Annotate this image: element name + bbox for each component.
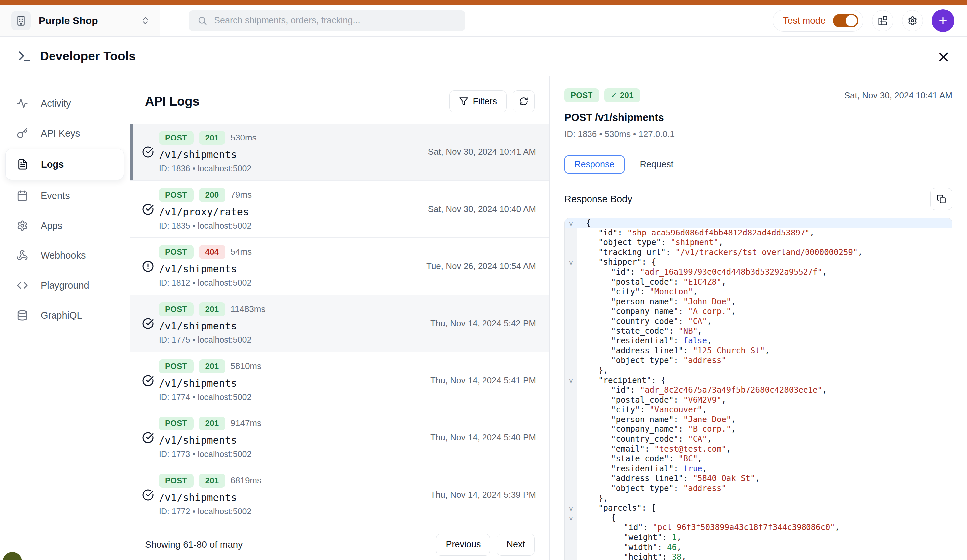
json-line: v{	[564, 218, 952, 228]
workspace-name: Purple Shop	[38, 15, 98, 26]
sidebar-item-label: Apps	[41, 220, 63, 231]
apps-grid-button[interactable]	[872, 10, 893, 31]
log-row-main: POST201530ms/v1/shipmentsID: 1836 • loca…	[159, 131, 428, 173]
json-line: "id": "adr_16a199793e0c4d448b3d53292a955…	[564, 267, 952, 277]
json-gutter	[564, 277, 577, 287]
collapse-caret-icon[interactable]: v	[564, 257, 577, 267]
logs-panel: API Logs Filters POST201530ms/v	[130, 76, 550, 560]
json-gutter	[564, 385, 577, 395]
json-gutter	[564, 533, 577, 543]
json-gutter	[564, 346, 577, 356]
next-button[interactable]: Next	[497, 534, 535, 556]
log-row[interactable]: POST2015810ms/v1/shipmentsID: 1774 • loc…	[130, 352, 549, 409]
test-mode-strip	[0, 0, 967, 5]
file-text-icon	[17, 159, 28, 170]
json-gutter	[564, 297, 577, 307]
endpoint-path: /v1/proxy/rates	[159, 206, 428, 217]
sidebar-item-webhooks[interactable]: Webhooks	[0, 240, 130, 270]
endpoint-path: /v1/shipments	[159, 149, 428, 160]
json-gutter	[564, 395, 577, 405]
previous-button[interactable]: Previous	[436, 534, 490, 556]
json-line: "person_name": "Jane Doe",	[564, 415, 952, 425]
log-row[interactable]: POST2016819ms/v1/shipmentsID: 1772 • loc…	[130, 466, 549, 524]
json-gutter	[564, 366, 577, 376]
json-gutter	[564, 316, 577, 326]
gear-icon	[17, 220, 28, 231]
json-line: "weight": 1,	[564, 533, 952, 543]
sidebar-item-api-keys[interactable]: API Keys	[0, 118, 130, 148]
collapse-caret-icon[interactable]: v	[564, 503, 577, 513]
refresh-button[interactable]	[513, 91, 535, 112]
json-line: v"recipient": {	[564, 376, 952, 385]
sidebar-item-label: Webhooks	[41, 250, 86, 261]
sidebar-item-activity[interactable]: Activity	[0, 88, 130, 118]
search-input[interactable]: Search shipments, orders, tracking...	[189, 10, 465, 31]
test-mode-pill[interactable]: Test mode	[772, 10, 863, 31]
detail-tabs: ResponseRequest	[550, 150, 967, 180]
tab-response[interactable]: Response	[564, 155, 625, 174]
filters-button[interactable]: Filters	[449, 91, 507, 112]
json-line: "id": "shp_aca596d086df4bb4812d82ad4dd53…	[564, 228, 952, 238]
log-row[interactable]: POST2019147ms/v1/shipmentsID: 1773 • loc…	[130, 409, 549, 466]
json-gutter	[564, 415, 577, 425]
json-line: "postal_code": "V6M2V9",	[564, 395, 952, 405]
log-row-main: POST2019147ms/v1/shipmentsID: 1773 • loc…	[159, 417, 430, 459]
close-button[interactable]: ×	[937, 48, 950, 64]
log-row[interactable]: POST20079ms/v1/proxy/ratesID: 1835 • loc…	[130, 181, 549, 238]
settings-button[interactable]	[902, 10, 923, 31]
alert-circle-icon	[137, 260, 159, 272]
collapse-caret-icon[interactable]: v	[564, 513, 577, 523]
method-badge: POST	[564, 88, 599, 102]
test-mode-toggle[interactable]	[833, 14, 858, 27]
json-gutter	[564, 267, 577, 277]
sidebar-item-apps[interactable]: Apps	[0, 211, 130, 240]
create-new-button[interactable]	[932, 9, 954, 32]
toggle-knob	[846, 15, 857, 26]
check-icon: ✓	[611, 91, 617, 100]
log-row[interactable]: POST201530ms/v1/shipmentsID: 1836 • loca…	[130, 124, 549, 181]
json-gutter	[564, 435, 577, 445]
webhook-icon	[17, 250, 28, 261]
pagination-status: Showing 61-80 of many	[145, 539, 243, 550]
json-line: "address_line1": "125 Church St",	[564, 346, 952, 356]
copy-button[interactable]	[931, 188, 952, 210]
json-line: "person_name": "John Doe",	[564, 297, 952, 307]
collapse-caret-icon[interactable]: v	[564, 218, 577, 228]
sidebar-item-label: Playground	[41, 280, 89, 291]
json-line: "country_code": "CA",	[564, 316, 952, 326]
log-row-main: POST20111483ms/v1/shipmentsID: 1775 • lo…	[159, 302, 430, 345]
sidebar-item-graphiql[interactable]: GraphiQL	[0, 300, 130, 330]
sidebar-item-events[interactable]: Events	[0, 181, 130, 211]
endpoint-path: /v1/shipments	[159, 263, 426, 275]
collapse-caret-icon[interactable]: v	[564, 376, 577, 385]
json-line: "state_code": "BC",	[564, 454, 952, 464]
log-meta: ID: 1774 • localhost:5002	[159, 392, 430, 402]
workspace-selector[interactable]: Purple Shop	[0, 5, 160, 36]
log-row[interactable]: POST20111483ms/v1/shipmentsID: 1775 • lo…	[130, 295, 549, 352]
tab-request[interactable]: Request	[638, 155, 676, 174]
log-row[interactable]: POST40454ms/v1/shipmentsID: 1812 • local…	[130, 238, 549, 295]
key-icon	[17, 128, 28, 139]
check-circle-icon	[137, 432, 159, 444]
json-line: "city": "Moncton",	[564, 287, 952, 297]
copy-icon	[937, 194, 946, 204]
endpoint-path: /v1/shipments	[159, 435, 430, 446]
duration: 6819ms	[231, 475, 262, 486]
method-badge: POST	[159, 417, 194, 430]
sidebar-item-playground[interactable]: Playground	[0, 270, 130, 300]
json-line: v"parcels": [	[564, 503, 952, 513]
method-badge: POST	[159, 302, 194, 316]
page-title: Developer Tools	[40, 49, 135, 63]
status-badge: 201	[199, 302, 225, 316]
response-body-label: Response Body	[564, 194, 632, 204]
method-badge: POST	[159, 131, 194, 145]
check-circle-icon	[137, 146, 159, 158]
response-body-row: Response Body	[550, 180, 967, 217]
json-line: "address_line1": "5840 Oak St",	[564, 474, 952, 484]
sidebar-item-logs[interactable]: Logs	[5, 149, 124, 180]
json-line: v"shipper": {	[564, 257, 952, 267]
status-badge: ✓201	[604, 88, 640, 102]
json-viewer[interactable]: v{"id": "shp_aca596d086df4bb4812d82ad4dd…	[564, 218, 952, 560]
gear-icon	[908, 16, 917, 26]
filters-label: Filters	[473, 96, 497, 107]
